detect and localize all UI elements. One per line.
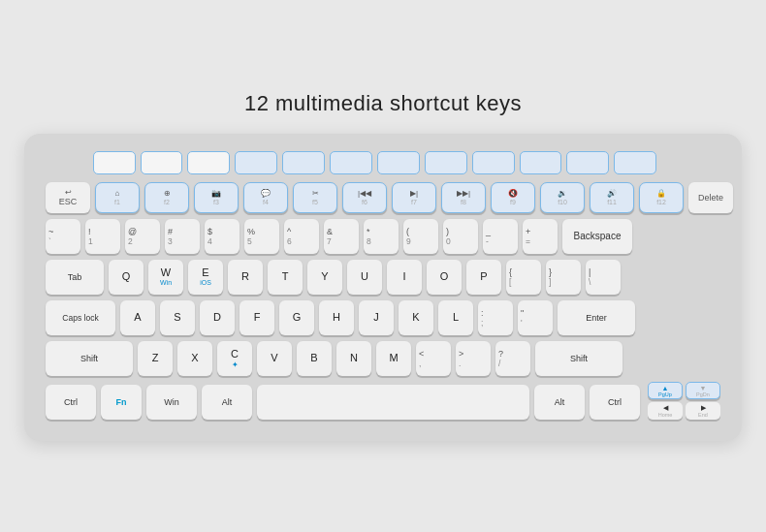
- key-win[interactable]: Win: [146, 385, 197, 420]
- key-alt-left[interactable]: Alt: [202, 385, 252, 420]
- asdf-row: Caps lock A S D F G H J K L :; "' Enter: [46, 300, 720, 335]
- key-h[interactable]: H: [319, 300, 354, 335]
- media-highlight-row: [46, 151, 720, 174]
- key-rbracket[interactable]: }]: [546, 260, 581, 295]
- key-c[interactable]: C✦: [217, 341, 252, 376]
- key-enter[interactable]: Enter: [558, 300, 635, 335]
- media-key-12: [614, 151, 656, 174]
- key-5[interactable]: %5: [244, 219, 279, 254]
- key-fn[interactable]: Fn: [101, 385, 142, 420]
- key-tilde[interactable]: ~`: [46, 219, 80, 254]
- key-f1[interactable]: ⌂ f1: [95, 182, 140, 213]
- key-f5[interactable]: ✂ f5: [293, 182, 337, 213]
- key-p[interactable]: P: [466, 260, 501, 295]
- key-j[interactable]: J: [359, 300, 394, 335]
- key-g[interactable]: G: [279, 300, 314, 335]
- key-pgup[interactable]: ▲ PgUp: [648, 382, 683, 399]
- key-f6[interactable]: |◀◀ f6: [342, 182, 387, 213]
- media-key-2: [141, 151, 183, 174]
- key-lbracket[interactable]: {[: [506, 260, 541, 295]
- key-f7[interactable]: ▶| f7: [392, 182, 436, 213]
- key-i[interactable]: I: [387, 260, 422, 295]
- key-f8[interactable]: ▶▶| f8: [441, 182, 486, 213]
- key-slash[interactable]: ?/: [495, 341, 530, 376]
- key-f3[interactable]: 📷 f3: [194, 182, 239, 213]
- media-key-8: [425, 151, 467, 174]
- key-v[interactable]: V: [257, 341, 292, 376]
- key-7[interactable]: &7: [324, 219, 359, 254]
- key-q[interactable]: Q: [109, 260, 144, 295]
- media-key-4: [235, 151, 277, 174]
- key-f2[interactable]: ⊕ f2: [144, 182, 189, 213]
- qwerty-row: Tab Q WWin EiOS R T Y U I O P {[ }] |\: [46, 260, 720, 295]
- key-l[interactable]: L: [438, 300, 473, 335]
- media-key-10: [520, 151, 562, 174]
- key-t[interactable]: T: [268, 260, 303, 295]
- key-comma[interactable]: <,: [416, 341, 451, 376]
- key-n[interactable]: N: [336, 341, 371, 376]
- number-row: ~` !1 @2 #3 $4 %5 ^6 &7 *8 (9 )0 _- += B…: [46, 219, 720, 254]
- bottom-row: Ctrl Fn Win Alt Alt Ctrl ▲ PgUp ▼ PgDn ◀: [46, 382, 720, 420]
- key-u[interactable]: U: [347, 260, 382, 295]
- media-key-1: [93, 151, 136, 174]
- media-key-7: [377, 151, 420, 174]
- media-key-3: [187, 151, 230, 174]
- key-b[interactable]: B: [297, 341, 332, 376]
- key-x[interactable]: X: [177, 341, 212, 376]
- key-ctrl-right[interactable]: Ctrl: [590, 385, 640, 420]
- key-semicolon[interactable]: :;: [478, 300, 513, 335]
- arrow-bottom-row: ◀ Home ▶ End: [648, 402, 720, 420]
- page-title: 12 multimedia shortcut keys: [244, 91, 522, 116]
- key-space[interactable]: [257, 385, 529, 420]
- key-period[interactable]: >.: [456, 341, 491, 376]
- key-end[interactable]: ▶ End: [686, 402, 720, 420]
- key-shift-left[interactable]: Shift: [46, 341, 133, 376]
- key-r[interactable]: R: [228, 260, 263, 295]
- media-key-9: [472, 151, 515, 174]
- key-quote[interactable]: "': [518, 300, 553, 335]
- key-shift-right[interactable]: Shift: [535, 341, 622, 376]
- key-alt-right[interactable]: Alt: [534, 385, 585, 420]
- key-k[interactable]: K: [399, 300, 433, 335]
- key-y[interactable]: Y: [307, 260, 342, 295]
- key-f11[interactable]: 🔊 f11: [590, 182, 634, 213]
- key-f9[interactable]: 🔇 f9: [491, 182, 535, 213]
- key-backslash[interactable]: |\: [586, 260, 621, 295]
- key-f4[interactable]: 💬 f4: [243, 182, 288, 213]
- key-e[interactable]: EiOS: [188, 260, 223, 295]
- zxcv-row: Shift Z X C✦ V B N M <, >. ?/ Shift: [46, 341, 720, 376]
- key-o[interactable]: O: [427, 260, 462, 295]
- key-f10[interactable]: 🔉 f10: [540, 182, 585, 213]
- key-f[interactable]: F: [239, 300, 274, 335]
- key-z[interactable]: Z: [138, 341, 173, 376]
- key-s[interactable]: S: [160, 300, 195, 335]
- key-m[interactable]: M: [376, 341, 411, 376]
- key-2[interactable]: @2: [125, 219, 160, 254]
- media-key-5: [282, 151, 325, 174]
- key-8[interactable]: *8: [364, 219, 399, 254]
- key-backspace[interactable]: Backspace: [562, 219, 632, 254]
- key-equals[interactable]: +=: [523, 219, 558, 254]
- key-4[interactable]: $4: [205, 219, 239, 254]
- key-home[interactable]: ◀ Home: [648, 402, 683, 420]
- key-0[interactable]: )0: [443, 219, 478, 254]
- key-minus[interactable]: _-: [483, 219, 518, 254]
- key-w[interactable]: WWin: [148, 260, 183, 295]
- key-3[interactable]: #3: [165, 219, 200, 254]
- key-ctrl-left[interactable]: Ctrl: [46, 385, 96, 420]
- arrow-top-row: ▲ PgUp ▼ PgDn: [648, 382, 720, 399]
- key-d[interactable]: D: [200, 300, 235, 335]
- media-key-6: [330, 151, 372, 174]
- key-pgdn[interactable]: ▼ PgDn: [686, 382, 720, 399]
- key-9[interactable]: (9: [403, 219, 438, 254]
- key-a[interactable]: A: [120, 300, 155, 335]
- fn-row: ↩ ESC ⌂ f1 ⊕ f2 📷 f3 💬 f4 ✂ f5 |◀◀ f6 ▶|: [46, 182, 720, 213]
- key-esc[interactable]: ↩ ESC: [46, 182, 90, 213]
- key-6[interactable]: ^6: [284, 219, 319, 254]
- key-capslock[interactable]: Caps lock: [46, 300, 115, 335]
- keyboard: ↩ ESC ⌂ f1 ⊕ f2 📷 f3 💬 f4 ✂ f5 |◀◀ f6 ▶|: [24, 134, 742, 441]
- key-f12[interactable]: 🔒 f12: [639, 182, 684, 213]
- key-1[interactable]: !1: [85, 219, 120, 254]
- key-delete[interactable]: Delete: [688, 182, 733, 213]
- key-tab[interactable]: Tab: [46, 260, 104, 295]
